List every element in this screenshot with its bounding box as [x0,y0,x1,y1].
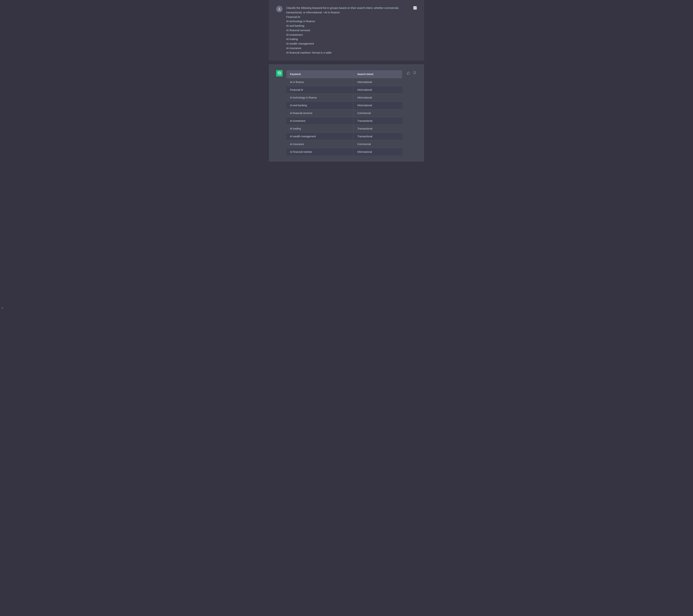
col-intent-header: Search Intent [354,70,402,78]
table-header-row: Keyword Search Intent [286,70,402,78]
svg-point-0 [279,8,280,9]
sidebar-toggle[interactable]: > [1,306,3,310]
table-row: AI in financeInformational [286,78,402,86]
table-row: AI and bankingInformational [286,102,402,109]
prompt-line1: Classify the following keyword list in g… [286,6,410,15]
prompt-line10: AI financial markets> format in a table [286,50,410,55]
table-row: AI financial servicesCommercial [286,109,402,117]
keyword-cell: AI insurance [286,140,354,148]
keyword-cell: Financial AI [286,86,354,94]
table-row: AI investmentTransactional [286,117,402,125]
table-row: AI financial marketsInformational [286,148,402,156]
intent-cell: Commercial [354,109,402,117]
prompt-line6: AI investment [286,33,410,37]
table-row: Financial AIInformational [286,86,402,94]
intent-cell: Informational [354,78,402,86]
prompt-line4: AI and banking [286,24,410,28]
edit-button[interactable] [413,6,417,10]
message-actions [413,6,417,11]
prompt-line8: AI wealth management [286,41,410,46]
feedback-buttons [406,71,417,76]
response-table: Keyword Search Intent AI in financeInfor… [286,70,402,156]
intent-cell: Informational [354,94,402,102]
assistant-message: Keyword Search Intent AI in financeInfor… [269,64,424,162]
thumbs-up-button[interactable] [406,71,411,76]
keyword-cell: AI wealth management [286,132,354,140]
intent-cell: Transactional [354,117,402,125]
prompt-line2: Financial AI [286,15,410,19]
keyword-cell: AI and banking [286,102,354,109]
intent-cell: Transactional [354,132,402,140]
chat-container: > Classify the following keyword list in… [269,0,424,162]
keyword-cell: AI investment [286,117,354,125]
intent-cell: Informational [354,86,402,94]
prompt-line3: AI technology in finance [286,19,410,24]
keyword-cell: AI in finance [286,78,354,86]
table-row: AI technology in financeInformational [286,94,402,102]
user-message: Classify the following keyword list in g… [269,0,424,61]
assistant-content: Keyword Search Intent AI in financeInfor… [286,70,402,156]
user-message-content: Classify the following keyword list in g… [286,6,410,55]
table-row: AI tradingTransactional [286,125,402,132]
prompt-line9: AI insurance [286,46,410,50]
keyword-cell: AI financial markets [286,148,354,156]
intent-cell: Informational [354,102,402,109]
assistant-avatar [276,70,283,77]
intent-cell: Commercial [354,140,402,148]
table-row: AI insuranceCommercial [286,140,402,148]
user-avatar [276,6,283,12]
intent-cell: Informational [354,148,402,156]
prompt-line5: AI financial services [286,28,410,33]
intent-cell: Transactional [354,125,402,132]
thumbs-down-button[interactable] [412,71,417,76]
keyword-cell: AI trading [286,125,354,132]
avatar-image [276,6,283,12]
table-row: AI wealth managementTransactional [286,132,402,140]
keyword-cell: AI technology in finance [286,94,354,102]
prompt-line7: AI trading [286,37,410,41]
divider [269,61,424,64]
col-keyword-header: Keyword [286,70,354,78]
table-body: AI in financeInformationalFinancial AIIn… [286,78,402,156]
keyword-cell: AI financial services [286,109,354,117]
